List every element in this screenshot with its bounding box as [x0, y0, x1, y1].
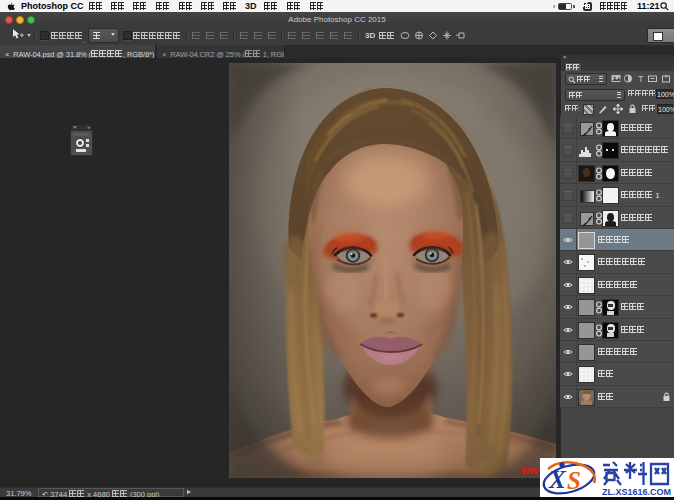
svg-text:X: X	[548, 466, 567, 493]
svg-text:ZL.XS1616.COM: ZL.XS1616.COM	[602, 487, 671, 497]
svg-text:S: S	[567, 467, 581, 494]
svg-text:T: T	[638, 74, 644, 83]
